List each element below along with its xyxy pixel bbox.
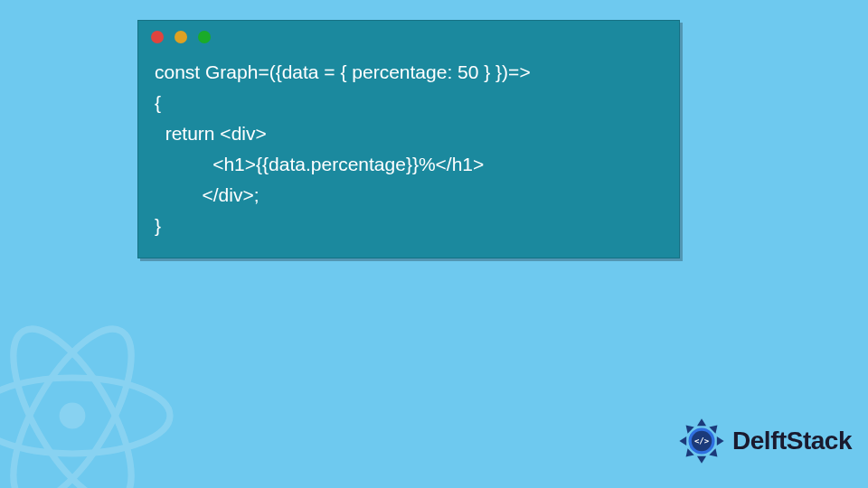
code-line: const Graph=({data = { percentage: 50 } … xyxy=(155,57,663,88)
close-icon xyxy=(151,31,164,43)
background-atom-decor xyxy=(0,307,181,488)
delftstack-logo-icon: </> xyxy=(676,416,727,466)
code-line: } xyxy=(155,211,663,241)
code-snippet-card: const Graph=({data = { percentage: 50 } … xyxy=(137,20,680,258)
svg-marker-4 xyxy=(697,418,706,426)
svg-point-3 xyxy=(60,403,86,429)
brand-badge: </> DelftStack xyxy=(676,416,852,466)
brand-name: DelftStack xyxy=(732,427,852,455)
code-line: <h1>{{data.percentage}}%</h1> xyxy=(155,149,663,180)
maximize-icon xyxy=(198,31,211,43)
code-line: { xyxy=(155,88,663,118)
code-body: const Graph=({data = { percentage: 50 } … xyxy=(138,53,679,258)
svg-marker-7 xyxy=(717,436,724,446)
code-line: return <div> xyxy=(155,118,663,149)
minimize-icon xyxy=(175,31,187,43)
svg-marker-5 xyxy=(697,456,706,464)
svg-marker-6 xyxy=(679,436,686,446)
svg-text:</>: </> xyxy=(694,436,709,446)
code-line: </div>; xyxy=(155,180,663,211)
window-titlebar xyxy=(138,21,679,53)
